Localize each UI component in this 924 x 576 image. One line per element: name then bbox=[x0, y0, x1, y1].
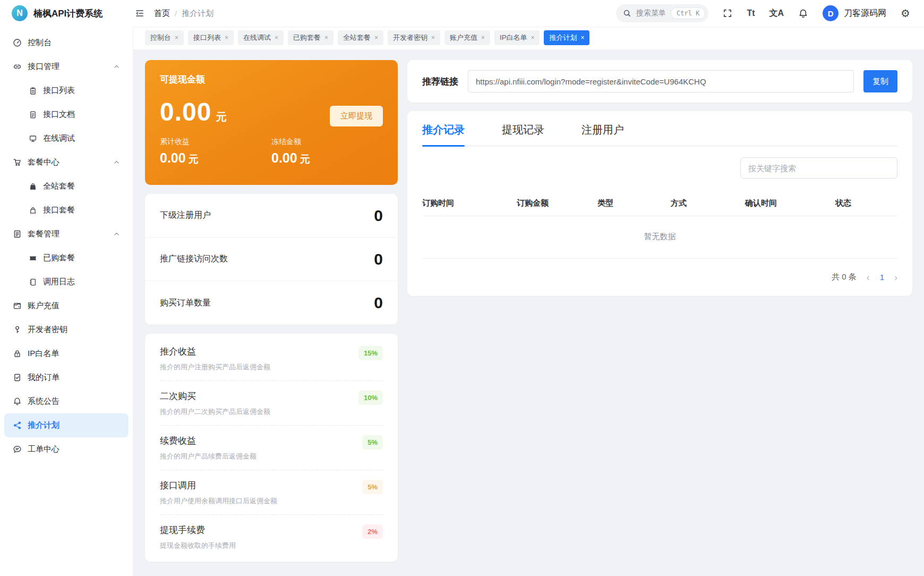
sidebar-item-api-docs[interactable]: 接口文档 bbox=[4, 103, 129, 126]
sidebar-item-api-list[interactable]: 接口列表 bbox=[4, 79, 129, 103]
close-icon[interactable]: × bbox=[175, 34, 178, 41]
sidebar-group-package-center[interactable]: 套餐中心 bbox=[4, 150, 129, 174]
prev-page-icon[interactable]: ‹ bbox=[867, 273, 870, 282]
stat-row-link-visits: 推广链接访问次数 0 bbox=[145, 238, 398, 281]
app-logo: N bbox=[12, 5, 28, 21]
sidebar-item-purchased-packages[interactable]: 已购套餐 bbox=[4, 246, 129, 270]
cart-icon bbox=[13, 158, 22, 167]
menu-fold-icon[interactable] bbox=[135, 9, 144, 18]
withdrawable-balance-card: 可提现金额 0.00 元 立即提现 累计收益 0.00元 bbox=[145, 60, 398, 185]
translate-icon[interactable]: 文A bbox=[769, 8, 784, 19]
chevron-up-icon bbox=[113, 159, 120, 166]
breadcrumb-home[interactable]: 首页 bbox=[154, 9, 170, 19]
stat-row-registered-users: 下级注册用户 0 bbox=[145, 194, 398, 238]
frozen-amount: 冻结金额 0.00元 bbox=[271, 137, 383, 166]
sidebar-item-dashboard[interactable]: 控制台 bbox=[4, 31, 129, 55]
records-tabs: 推介记录 提现记录 注册用户 bbox=[422, 123, 897, 146]
ticket-icon bbox=[29, 254, 37, 262]
share-icon bbox=[13, 421, 22, 430]
app-title: 楠枫API计费系统 bbox=[33, 7, 102, 20]
col-order-amount: 订购金额 bbox=[517, 198, 597, 208]
user-menu[interactable]: D 刀客源码网 bbox=[823, 5, 886, 21]
tab-chip-purchased-packages[interactable]: 已购套餐× bbox=[288, 30, 333, 45]
rate-row-renewal-earnings: 续费收益 推介的用户产品续费后返佣金额 5% bbox=[160, 426, 383, 470]
chat-icon bbox=[13, 445, 22, 454]
next-page-icon[interactable]: › bbox=[894, 273, 897, 282]
sidebar-group-api-management[interactable]: 接口管理 bbox=[4, 55, 129, 79]
wallet-sub-stats: 累计收益 0.00元 冻结金额 0.00元 bbox=[160, 137, 383, 166]
close-icon[interactable]: × bbox=[580, 34, 584, 41]
tab-chip-dashboard[interactable]: 控制台× bbox=[145, 30, 184, 45]
bell-icon bbox=[13, 397, 22, 406]
brand: N 楠枫API计费系统 bbox=[0, 5, 133, 21]
wallet-card-title: 可提现金额 bbox=[160, 73, 383, 86]
menu-search-box[interactable]: 搜索菜单 Ctrl K bbox=[616, 4, 708, 22]
withdraw-now-button[interactable]: 立即提现 bbox=[330, 106, 383, 126]
close-icon[interactable]: × bbox=[324, 34, 328, 41]
order-check-icon bbox=[13, 373, 22, 382]
sidebar-item-account-recharge[interactable]: 账户充值 bbox=[4, 294, 129, 318]
gauge-icon bbox=[13, 38, 22, 47]
breadcrumb: 首页 / 推介计划 bbox=[154, 9, 213, 19]
header-mid: 首页 / 推介计划 bbox=[133, 9, 213, 19]
close-icon[interactable]: × bbox=[374, 34, 378, 41]
sidebar: 控制台 接口管理 接口列表 接口文档 在线调试 套餐中心 bbox=[0, 27, 133, 576]
sidebar-item-api-packages[interactable]: 接口套餐 bbox=[4, 198, 129, 222]
user-name: 刀客源码网 bbox=[844, 8, 886, 19]
close-icon[interactable]: × bbox=[431, 34, 435, 41]
sidebar-item-system-announcements[interactable]: 系统公告 bbox=[4, 389, 129, 413]
sidebar-item-site-packages[interactable]: 全站套餐 bbox=[4, 174, 129, 198]
sidebar-item-developer-key[interactable]: 开发者密钥 bbox=[4, 318, 129, 342]
referral-stats-card: 下级注册用户 0 推广链接访问次数 0 购买订单数量 0 bbox=[145, 194, 398, 325]
right-column: 推荐链接 复制 推介记录 提现记录 注册用户 bbox=[407, 60, 912, 296]
chevron-up-icon bbox=[113, 231, 120, 238]
keyword-search-input[interactable] bbox=[740, 157, 897, 179]
rate-row-second-purchase: 二次购买 推介的用户二次购买产品后返佣金额 10% bbox=[160, 381, 383, 426]
font-size-icon[interactable]: Tt bbox=[747, 9, 755, 18]
tab-chip-referral-program-active[interactable]: 推介计划× bbox=[544, 30, 589, 45]
wallet-icon bbox=[13, 301, 22, 310]
tab-chip-site-packages[interactable]: 全站套餐× bbox=[338, 30, 383, 45]
chevron-up-icon bbox=[113, 63, 120, 70]
sidebar-item-referral-program[interactable]: 推介计划 bbox=[4, 413, 129, 437]
tab-chip-developer-key[interactable]: 开发者密钥× bbox=[388, 30, 440, 45]
open-tabs-bar: 控制台× 接口列表× 在线调试× 已购套餐× 全站套餐× 开发者密钥× 账户充值… bbox=[133, 27, 924, 49]
col-type: 类型 bbox=[597, 198, 671, 208]
referral-link-input[interactable] bbox=[468, 70, 854, 92]
settings-gear-icon[interactable]: ⚙ bbox=[901, 7, 910, 20]
sidebar-item-online-debug[interactable]: 在线调试 bbox=[4, 126, 129, 150]
tab-chip-account-recharge[interactable]: 账户充值× bbox=[444, 30, 490, 45]
tab-chip-api-list[interactable]: 接口列表× bbox=[188, 30, 234, 45]
sidebar-item-call-logs[interactable]: 调用日志 bbox=[4, 270, 129, 294]
notification-bell-icon[interactable] bbox=[798, 9, 808, 19]
page-number[interactable]: 1 bbox=[880, 273, 884, 282]
rate-badge: 5% bbox=[362, 435, 383, 450]
close-icon[interactable]: × bbox=[275, 34, 278, 41]
sidebar-item-ticket-center[interactable]: 工单中心 bbox=[4, 437, 129, 461]
clipboard-icon bbox=[29, 87, 37, 95]
header-actions: 搜索菜单 Ctrl K Tt 文A D 刀客源码网 ⚙ bbox=[616, 4, 924, 22]
left-column: 可提现金额 0.00 元 立即提现 累计收益 0.00元 bbox=[145, 60, 398, 562]
list-doc-icon bbox=[13, 230, 22, 239]
close-icon[interactable]: × bbox=[481, 34, 485, 41]
copy-button[interactable]: 复制 bbox=[863, 70, 897, 92]
close-icon[interactable]: × bbox=[531, 34, 534, 41]
key-icon bbox=[13, 325, 22, 334]
top-header: N 楠枫API计费系统 首页 / 推介计划 搜索菜单 Ctrl K bbox=[0, 0, 924, 27]
sidebar-item-ip-whitelist[interactable]: IP白名单 bbox=[4, 342, 129, 366]
search-placeholder-text: 搜索菜单 bbox=[636, 9, 666, 18]
rate-badge: 5% bbox=[362, 480, 383, 494]
col-order-time: 订购时间 bbox=[422, 198, 517, 208]
close-icon[interactable]: × bbox=[225, 34, 228, 41]
tab-chip-online-debug[interactable]: 在线调试× bbox=[238, 30, 284, 45]
cumulative-earnings: 累计收益 0.00元 bbox=[160, 137, 271, 166]
tab-referral-records[interactable]: 推介记录 bbox=[422, 123, 465, 146]
notebook-icon bbox=[29, 278, 37, 286]
tab-chip-ip-whitelist[interactable]: IP白名单× bbox=[494, 30, 540, 45]
sidebar-group-package-management[interactable]: 套餐管理 bbox=[4, 222, 129, 246]
sidebar-item-my-orders[interactable]: 我的订单 bbox=[4, 366, 129, 389]
tab-withdrawal-records[interactable]: 提现记录 bbox=[502, 123, 544, 146]
tab-registered-users[interactable]: 注册用户 bbox=[581, 123, 624, 146]
avatar: D bbox=[823, 5, 839, 21]
fullscreen-icon[interactable] bbox=[723, 9, 732, 18]
